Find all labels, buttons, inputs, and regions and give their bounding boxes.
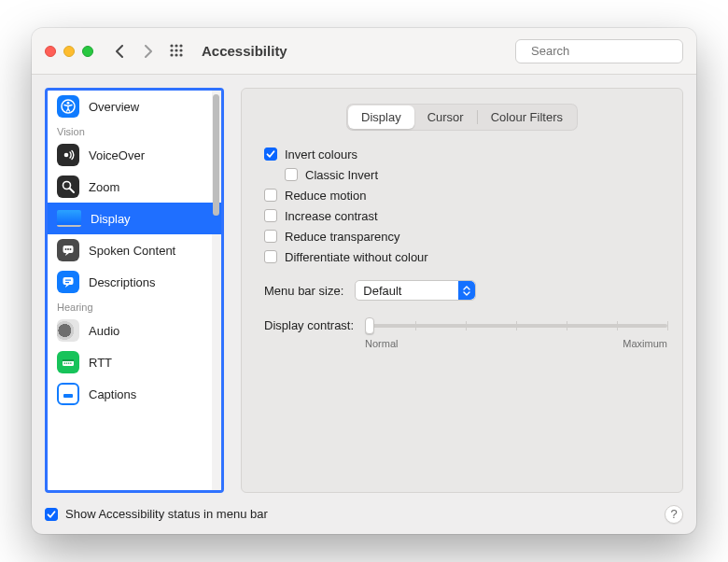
- slider-range-labels: Normal Maximum: [365, 338, 667, 349]
- checkbox-invert-colours[interactable]: [264, 148, 277, 161]
- tab-bar: Display Cursor Colour Filters: [346, 104, 578, 131]
- window-body: Overview Vision VoiceOver Zoom: [32, 75, 696, 493]
- display-contrast-label: Display contrast:: [264, 318, 354, 332]
- svg-point-13: [64, 153, 69, 158]
- forward-button[interactable]: [138, 40, 157, 63]
- window-controls: [45, 46, 93, 57]
- tab-colour-filters[interactable]: Colour Filters: [478, 105, 576, 129]
- option-reduce-transparency: Reduce transparency: [264, 226, 667, 246]
- rtt-icon: [57, 351, 79, 373]
- sidebar-item-label: Audio: [89, 324, 119, 338]
- slider-max-label: Maximum: [623, 338, 667, 349]
- svg-point-7: [175, 53, 177, 56]
- question-mark-icon: ?: [670, 507, 677, 521]
- descriptions-icon: [57, 271, 79, 293]
- window-title: Accessibility: [202, 43, 287, 59]
- sidebar-item-label: Captions: [89, 387, 136, 401]
- option-invert-colours: Invert colours: [264, 144, 667, 164]
- svg-point-4: [175, 49, 177, 51]
- search-field[interactable]: [515, 39, 683, 63]
- option-label: Invert colours: [285, 148, 357, 162]
- show-all-button[interactable]: [166, 40, 189, 63]
- content-pane: Display Cursor Colour Filters Invert col…: [241, 88, 683, 493]
- sidebar-section-vision: Vision: [48, 122, 221, 139]
- checkbox-increase-contrast[interactable]: [264, 209, 277, 222]
- zoom-icon: [57, 176, 79, 198]
- svg-rect-27: [68, 363, 70, 364]
- svg-point-1: [175, 44, 177, 47]
- captions-icon: [57, 383, 79, 405]
- checkbox-show-status[interactable]: [45, 508, 58, 521]
- option-reduce-motion: Reduce motion: [264, 185, 667, 205]
- svg-point-8: [179, 53, 182, 56]
- sidebar-item-zoom[interactable]: Zoom: [48, 171, 221, 203]
- sidebar-item-label: Descriptions: [89, 275, 156, 289]
- voiceover-icon: [57, 144, 79, 166]
- option-label: Increase contrast: [285, 209, 378, 223]
- svg-rect-29: [63, 394, 73, 398]
- svg-point-3: [170, 49, 173, 51]
- titlebar: Accessibility: [32, 28, 696, 75]
- checkbox-reduce-transparency[interactable]: [264, 230, 277, 243]
- option-label: Reduce transparency: [285, 230, 400, 244]
- checkbox-reduce-motion[interactable]: [264, 189, 277, 202]
- option-increase-contrast: Increase contrast: [264, 205, 667, 226]
- sidebar-item-descriptions[interactable]: Descriptions: [48, 266, 221, 298]
- menu-bar-size-select[interactable]: Default: [355, 280, 476, 301]
- tab-display[interactable]: Display: [348, 105, 414, 129]
- option-classic-invert: Classic Invert: [264, 164, 667, 185]
- svg-point-6: [170, 53, 173, 56]
- grid-icon: [170, 44, 185, 59]
- search-input[interactable]: [529, 43, 690, 59]
- svg-point-5: [179, 49, 182, 51]
- tab-cursor[interactable]: Cursor: [414, 105, 477, 129]
- sidebar-item-captions[interactable]: Captions: [48, 378, 221, 410]
- select-stepper-icon: [458, 281, 475, 300]
- menu-bar-size-field: Menu bar size: Default: [264, 280, 667, 301]
- sidebar-item-display[interactable]: Display: [48, 203, 221, 234]
- menu-bar-size-value: Default: [363, 284, 401, 298]
- sidebar-item-overview[interactable]: Overview: [48, 91, 221, 122]
- svg-point-12: [67, 102, 70, 105]
- svg-rect-24: [63, 359, 74, 361]
- footer: Show Accessibility status in menu bar ?: [32, 493, 696, 534]
- sidebar-item-voiceover[interactable]: VoiceOver: [48, 139, 221, 171]
- menu-bar-size-label: Menu bar size:: [264, 284, 343, 298]
- help-button[interactable]: ?: [665, 505, 683, 524]
- option-label: Differentiate without colour: [285, 250, 428, 264]
- minimize-window-button[interactable]: [63, 46, 75, 57]
- svg-point-2: [179, 44, 182, 47]
- checkbox-classic-invert[interactable]: [285, 168, 298, 181]
- spoken-content-icon: [57, 239, 79, 261]
- display-icon: [57, 210, 81, 227]
- svg-rect-25: [64, 363, 66, 364]
- option-label: Reduce motion: [285, 189, 366, 203]
- slider-knob[interactable]: [365, 317, 374, 334]
- back-button[interactable]: [110, 40, 129, 63]
- sidebar-item-audio[interactable]: Audio: [48, 315, 221, 346]
- sidebar-item-label: RTT: [89, 356, 112, 370]
- display-options: Invert colours Classic Invert Reduce mot…: [264, 144, 667, 267]
- svg-point-17: [65, 248, 67, 250]
- accessibility-icon: [57, 95, 79, 118]
- sidebar-item-label: VoiceOver: [89, 148, 145, 162]
- sidebar-list[interactable]: Overview Vision VoiceOver Zoom: [48, 91, 221, 490]
- option-label: Classic Invert: [305, 168, 378, 182]
- sidebar-item-spoken-content[interactable]: Spoken Content: [48, 234, 221, 266]
- chevron-left-icon: [116, 45, 124, 58]
- sidebar-scrollbar[interactable]: [213, 94, 219, 216]
- zoom-window-button[interactable]: [82, 46, 93, 57]
- slider-min-label: Normal: [365, 338, 398, 349]
- option-differentiate: Differentiate without colour: [264, 246, 667, 267]
- close-window-button[interactable]: [45, 46, 56, 57]
- svg-rect-26: [66, 363, 68, 364]
- svg-rect-28: [70, 363, 72, 364]
- audio-icon: [57, 319, 79, 342]
- sidebar-item-rtt[interactable]: RTT: [48, 346, 221, 378]
- checkbox-differentiate[interactable]: [264, 250, 277, 263]
- display-contrast-slider[interactable]: [365, 316, 667, 334]
- svg-point-19: [70, 248, 72, 250]
- svg-rect-22: [65, 282, 69, 283]
- svg-point-0: [170, 44, 173, 47]
- preferences-window: Accessibility Overview Vision: [32, 28, 696, 534]
